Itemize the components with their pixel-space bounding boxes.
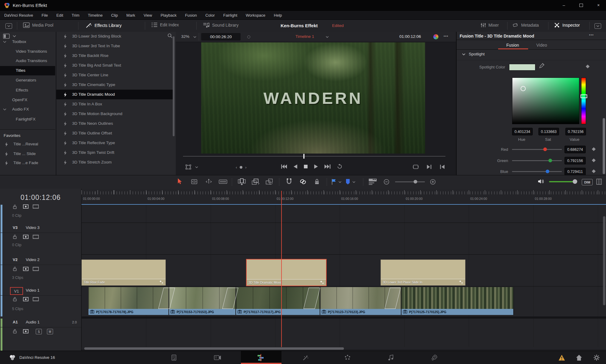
edit-page-button[interactable] [256,354,266,361]
close-button[interactable]: × [594,2,603,8]
fairlight-page-button[interactable] [386,354,396,361]
effect-item-selected-row[interactable]: 3D Title Dramatic Mood [56,90,173,99]
red-slider-track[interactable] [512,149,562,150]
effect-item-selected[interactable]: 3D Title Dramatic Mood [72,92,115,97]
track-lock-icon[interactable] [13,297,17,301]
effect-item[interactable]: 3D Title Reflective Type [72,141,115,145]
timeline-ruler-second-ticks[interactable] [82,190,606,194]
effect-item[interactable]: 3D Title Center Line [72,73,108,77]
blue-slider-track[interactable] [512,171,562,172]
menu-davinci-resolve[interactable]: DaVinci Resolve [4,13,34,18]
red-value-field[interactable]: 0.686274 [564,146,586,153]
timeline-clip-thumbnail[interactable] [88,287,169,309]
viewer-timecode[interactable]: 01:00:12:06 [399,34,421,39]
panel-layout-icon[interactable] [3,34,10,39]
track-v2-id[interactable]: V2 [13,257,18,262]
selection-tool-icon[interactable] [177,178,182,185]
sidebar-item-audio-fx[interactable]: Audio FX [12,107,29,111]
timeline-view-options-icon[interactable] [368,178,377,185]
spotlight-section-header[interactable]: Spotlight [469,52,485,56]
timeline-selector-chevron-icon[interactable] [326,36,329,38]
maximize-button[interactable] [577,2,586,8]
green-slider-track[interactable] [512,160,562,161]
timeline-clip-3d-lower-3rd-plane-slide-in[interactable]: 3D Lower 3rd Plane Slide In [381,260,465,286]
toolbox-chevron-icon[interactable] [3,41,6,43]
red-slider-handle[interactable] [543,147,547,151]
timeline-clip-title-rise-fade[interactable]: Title Rise Fade [82,260,166,286]
track-autoselect-icon[interactable] [23,297,28,301]
track-film-icon[interactable] [33,235,39,239]
menu-timeline[interactable]: Timeline [87,13,103,18]
color-picker-cursor[interactable] [521,86,526,91]
stop-icon[interactable] [304,164,308,169]
timeline-clip-thumbnail[interactable] [401,287,514,309]
track-v2-name[interactable]: Video 2 [26,257,40,262]
inspector-menu-icon[interactable]: ••• [589,33,594,37]
marker-icon[interactable] [345,178,350,185]
effect-item[interactable]: 3D Title Spin Twist Drift [72,150,114,155]
warning-indicator-icon[interactable] [558,354,565,361]
spotlight-color-swatch[interactable] [509,64,535,71]
track-mute-button[interactable]: M [47,329,53,334]
fusion-page-button[interactable] [301,354,310,361]
sidebar-item-openfx[interactable]: OpenFX [12,98,27,102]
edit-index-button[interactable]: Edit Index [152,22,179,27]
track-v1-name[interactable]: Video 1 [26,288,40,293]
sidebar-item-audio-transitions[interactable]: Audio Transitions [16,58,47,63]
sound-library-button[interactable]: Sound Library [203,22,238,28]
panel-expand-icon[interactable] [596,179,602,185]
timeline-clip-p7170125[interactable]: P[7170125-7170125].JPG [401,309,514,315]
clip-keyframe-sparkle-icon[interactable] [459,280,464,285]
project-manager-home-icon[interactable] [576,354,582,361]
link-clips-icon[interactable] [299,179,307,185]
color-picker-area[interactable] [512,78,579,124]
menu-edit[interactable]: Edit [56,13,64,18]
viewer-scrubber[interactable] [183,156,445,157]
favorite-title-slide[interactable]: Title ... Slide [13,151,36,156]
dynamic-trim-mode-icon[interactable] [205,179,213,185]
sidebar-item-video-transitions[interactable]: Video Transitions [16,49,47,54]
metadata-button[interactable]: Metadata [513,22,539,28]
timeline-vertical-scrollbar[interactable] [603,216,605,305]
cut-page-button[interactable] [213,354,222,361]
hue-slider[interactable] [581,78,586,124]
clip-keyframe-sparkle-icon[interactable] [159,280,164,285]
mixer-button[interactable]: Mixer [481,22,499,28]
trim-edit-mode-icon[interactable] [190,179,198,185]
timeline-clip-p7170153[interactable]: P[7170153-7170153].JPG [169,309,236,315]
panel-layout-chevron-icon[interactable] [13,35,16,37]
track-solo-button[interactable]: S [36,329,42,334]
last-frame-icon[interactable] [324,164,331,169]
favorite-title-e-fade[interactable]: Title ...e Fade [13,160,38,165]
loop-playback-icon[interactable] [413,164,419,169]
red-keyframe-icon[interactable] [592,147,596,151]
track-autoselect-icon[interactable] [23,235,28,239]
razor-tool-icon[interactable] [219,179,227,185]
position-lock-icon[interactable] [314,178,320,185]
eyedropper-icon[interactable] [539,63,544,68]
next-edit-icon[interactable] [427,164,432,169]
transform-chevron-icon[interactable] [195,166,198,168]
zoom-out-icon[interactable] [384,179,389,185]
track-lock-icon[interactable] [13,267,17,271]
zoom-in-icon[interactable] [430,179,436,185]
blue-keyframe-icon[interactable] [592,169,596,173]
effect-item[interactable]: 3D Title Big And Small Text [72,63,121,68]
viewer-zoom-chevron-icon[interactable] [193,36,196,38]
insert-clip-icon[interactable] [238,178,246,185]
flag-icon[interactable] [331,178,337,185]
settings-gear-icon[interactable] [593,354,600,361]
prev-edit-icon[interactable] [439,164,445,169]
menu-fairlight[interactable]: Fairlight [223,13,238,18]
panel-toggle-right[interactable] [594,23,601,29]
menu-fusion[interactable]: Fusion [185,13,198,18]
spotlight-color-keyframe-icon[interactable] [586,65,590,68]
track-film-icon[interactable] [33,204,39,209]
menu-help[interactable]: Help [273,13,283,18]
green-keyframe-icon[interactable] [592,158,596,162]
clip-keyframe-sparkle-icon[interactable] [320,280,325,285]
viewer-options-menu-icon[interactable]: ••• [444,34,448,38]
timeline-zoom-slider[interactable] [395,181,425,182]
effect-item[interactable]: 3D Lower 3rd Sliding Block [72,34,121,38]
menu-playback[interactable]: Playback [160,13,177,18]
